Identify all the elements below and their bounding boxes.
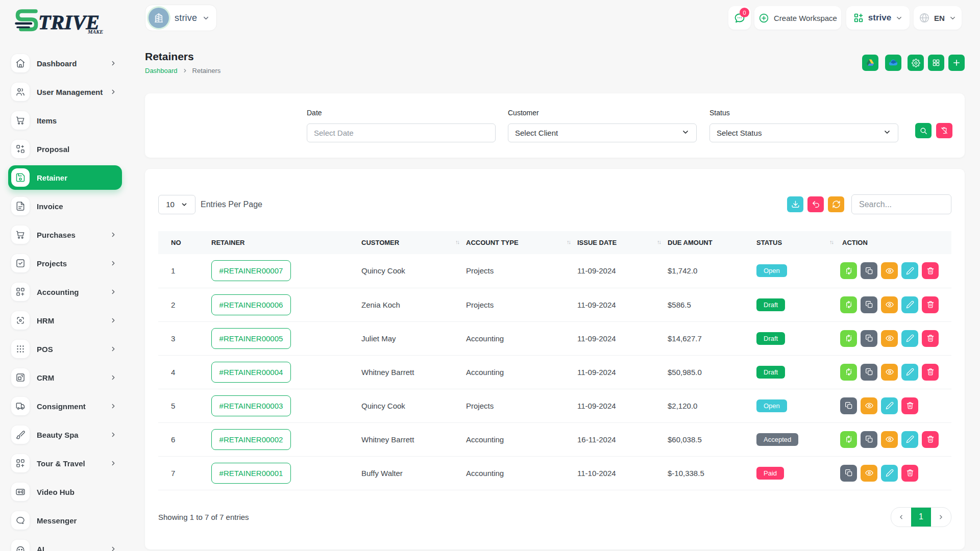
svg-text:MAKE: MAKE [87, 29, 103, 35]
